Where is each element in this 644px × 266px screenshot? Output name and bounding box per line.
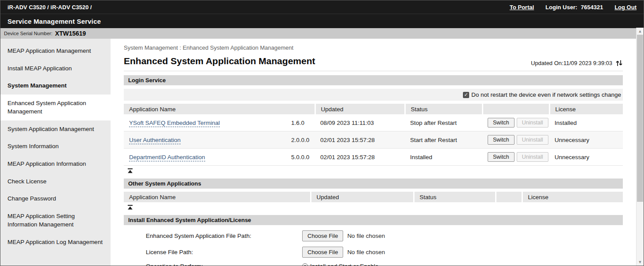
column-actions — [482, 104, 549, 114]
logout-link[interactable]: Log Out — [614, 4, 637, 11]
app-status: Stop after Restart — [405, 114, 482, 131]
sidebar-item-install-meap-application[interactable]: Install MEAP Application — [0, 60, 111, 77]
to-register-update-software-link[interactable]: << To Register/Update Software — [0, 260, 111, 266]
scroll-to-top-icon[interactable] — [127, 168, 133, 173]
column-actions — [496, 192, 522, 202]
column-status: Status — [405, 104, 482, 114]
other-system-applications-table: Application Name Updated Status License — [124, 192, 623, 202]
license-choose-file-button[interactable]: Choose File — [302, 247, 343, 258]
sidebar-item-check-license[interactable]: Check License — [0, 173, 111, 190]
table-row: YSoft SAFEQ Embedded Terminal 1.6.0 08/0… — [124, 114, 623, 131]
device-title: iR-ADV C3520 / iR-ADV C3520 / — [7, 4, 92, 11]
operation-to-perform-label: Operation to Perform: — [146, 263, 302, 266]
scrollbar-down-arrow[interactable]: ▼ — [637, 259, 644, 266]
app-version: 1.6.0 — [286, 114, 315, 131]
main-content: System Management : Enhanced System Appl… — [111, 39, 636, 266]
login-service-table: Application Name Updated Status License … — [124, 104, 623, 166]
app-updated: 02/01 2023 15:57:28 — [315, 149, 405, 166]
column-license: License — [522, 192, 623, 202]
switch-button[interactable]: Switch — [488, 152, 514, 162]
no-restart-checkbox-label: Do not restart the device even if networ… — [471, 91, 621, 98]
app-license: Unnecessary — [549, 149, 623, 166]
sidebar-item-enhanced-system-application-management[interactable]: Enhanced System Application Management — [0, 95, 111, 120]
license-file-chosen-text: No file chosen — [347, 249, 385, 255]
app-version: 2.0.0.0 — [286, 131, 315, 149]
sidebar-item-change-password[interactable]: Change Password — [0, 190, 111, 208]
app-license: Unnecessary — [549, 131, 623, 149]
operation-install-and-start-option[interactable]: Install and Start or Enable — [302, 263, 378, 266]
sidebar-item-meap-application-log-management[interactable]: MEAP Application Log Management — [0, 233, 111, 251]
refresh-icon[interactable] — [615, 60, 623, 66]
login-user-value: 7654321 — [581, 4, 603, 11]
app-license: Installed — [549, 114, 623, 131]
uninstall-button: Uninstall — [517, 152, 548, 162]
login-service-section-header: Login Service — [124, 75, 623, 85]
sidebar-section-system-management: System Management — [0, 77, 111, 95]
updated-on-text: Updated On:11/09 2023 9:39:03 — [531, 60, 612, 66]
service-title: Service Management Service — [7, 18, 101, 25]
page-title: Enhanced System Application Management — [124, 56, 315, 66]
operation-option-label: Install and Start or Enable — [310, 263, 378, 266]
column-status: Status — [414, 192, 496, 202]
breadcrumb: System Management : Enhanced System Appl… — [124, 44, 623, 51]
app-link-departmentid-authentication[interactable]: DepartmentID Authentication — [129, 154, 205, 161]
vertical-scrollbar[interactable]: ▲ ▼ — [636, 28, 644, 266]
app-updated: 08/09 2023 11:11:03 — [315, 114, 405, 131]
column-updated: Updated — [315, 104, 405, 114]
scrollbar-up-arrow[interactable]: ▲ — [637, 28, 644, 35]
login-user: Login User: 7654321 — [545, 4, 603, 11]
sidebar: MEAP Application Management Install MEAP… — [0, 39, 111, 266]
radio-icon[interactable] — [302, 263, 308, 266]
table-row: DepartmentID Authentication 5.0.0.0 02/0… — [124, 149, 623, 166]
serial-number-label: Device Serial Number: — [4, 31, 52, 36]
switch-button[interactable]: Switch — [488, 118, 514, 128]
no-restart-checkbox[interactable] — [463, 92, 469, 98]
column-updated: Updated — [311, 192, 414, 202]
app-status: Installed — [405, 149, 482, 166]
uninstall-button: Uninstall — [517, 135, 548, 145]
column-license: License — [549, 104, 623, 114]
column-application-name: Application Name — [124, 104, 315, 114]
uninstall-button: Uninstall — [517, 118, 548, 128]
scroll-to-top-icon[interactable] — [127, 205, 133, 210]
esa-file-path-label: Enhanced System Application File Path: — [146, 233, 302, 239]
sidebar-item-meap-application-setting-information-management[interactable]: MEAP Application Setting Information Man… — [0, 208, 111, 233]
app-status: Start after Restart — [405, 131, 482, 149]
license-file-path-label: License File Path: — [146, 249, 302, 255]
sidebar-item-system-application-management[interactable]: System Application Management — [0, 120, 111, 138]
top-bar: iR-ADV C3520 / iR-ADV C3520 / To Portal … — [0, 0, 644, 14]
to-portal-link[interactable]: To Portal — [510, 4, 534, 11]
app-link-user-authentication[interactable]: User Authentication — [129, 137, 181, 144]
esa-file-chosen-text: No file chosen — [347, 233, 385, 239]
serial-number-value: XTW15619 — [55, 30, 86, 37]
sidebar-item-system-information[interactable]: System Information — [0, 138, 111, 155]
login-user-label: Login User: — [545, 4, 577, 11]
esa-choose-file-button[interactable]: Choose File — [302, 230, 343, 241]
install-section-header: Install Enhanced System Application/Lice… — [124, 215, 623, 225]
app-link-ysoft-safeq[interactable]: YSoft SAFEQ Embedded Terminal — [129, 120, 220, 127]
app-version: 5.0.0.0 — [286, 149, 315, 166]
sidebar-item-meap-application-management[interactable]: MEAP Application Management — [0, 42, 111, 60]
restart-option-band: Do not restart the device even if networ… — [124, 89, 623, 101]
install-form: Enhanced System Application File Path: C… — [124, 230, 623, 266]
scrollbar-thumb[interactable] — [637, 35, 643, 202]
other-system-applications-section-header: Other System Applications — [124, 179, 623, 189]
app-updated: 02/01 2023 15:57:28 — [315, 131, 405, 149]
serial-bar: Device Serial Number: XTW15619 — [0, 28, 636, 39]
switch-button[interactable]: Switch — [488, 135, 514, 145]
sidebar-item-meap-application-information[interactable]: MEAP Application Information — [0, 155, 111, 173]
service-management-window: iR-ADV C3520 / iR-ADV C3520 / To Portal … — [0, 0, 644, 266]
table-row: User Authentication 2.0.0.0 02/01 2023 1… — [124, 131, 623, 149]
table-header-row: Application Name Updated Status License — [124, 104, 623, 114]
service-title-bar: Service Management Service — [0, 14, 644, 28]
column-application-name: Application Name — [124, 192, 311, 202]
table-header-row: Application Name Updated Status License — [124, 192, 623, 202]
